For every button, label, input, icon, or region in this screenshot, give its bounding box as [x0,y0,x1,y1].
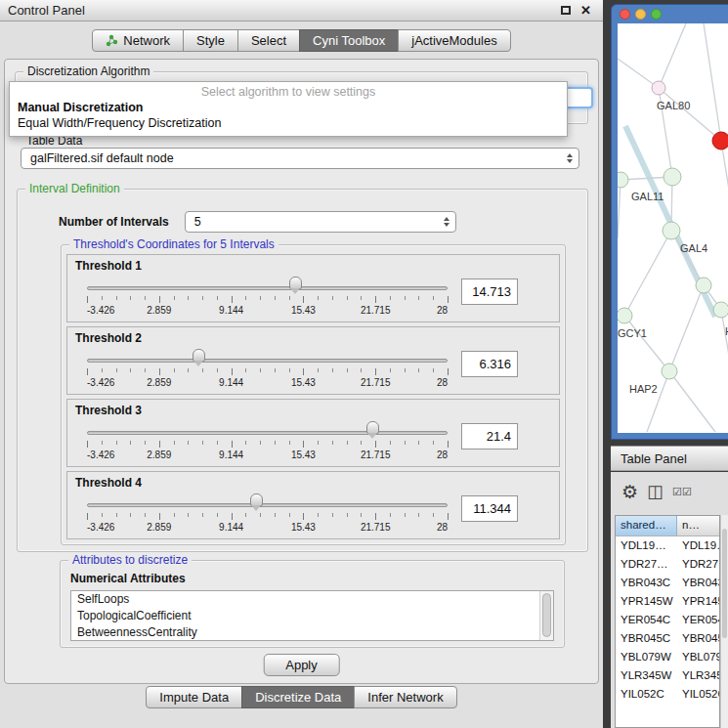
tab-infer-network[interactable]: Infer Network [354,686,456,708]
network-node[interactable] [713,302,728,318]
attr-items-container: SelfLoopsTopologicalCoefficientBetweenne… [71,591,553,641]
table-cell[interactable]: YBR043C [616,574,677,592]
table-cell[interactable]: YDL19… [616,536,677,555]
table-cell[interactable]: YBL079W [616,648,677,666]
float-window-icon[interactable] [561,6,571,15]
table-cell[interactable]: YBR045C [677,629,719,648]
combobox-value: galFiltered.sif default node [30,151,174,165]
network-edge[interactable] [669,285,704,371]
table-cell[interactable]: YER054C [677,611,719,629]
tab-select[interactable]: Select [237,29,300,52]
tab-cyni-toolbox[interactable]: Cyni Toolbox [299,29,399,52]
network-node[interactable] [664,168,681,186]
column-header-shared-name[interactable]: shared… [616,516,677,535]
table-cell[interactable]: YER054C [616,611,677,629]
network-edge[interactable] [704,23,721,141]
attribute-item[interactable]: BetweennessCentrality [71,624,553,641]
threshold-slider[interactable]: -3.4262.8599.14415.4321.71528 [87,491,448,537]
minimize-window-icon[interactable] [635,9,646,20]
attribute-item[interactable]: SelfLoops [71,591,553,608]
tick-mark [418,296,419,300]
table-row[interactable]: YER054CYER054C [616,611,719,629]
network-node[interactable] [618,308,632,323]
gear-icon[interactable]: ⚙ [621,481,638,503]
table-row[interactable]: YPR145WYPR145W [616,592,719,611]
table-scrollbar[interactable] [720,515,728,728]
network-node[interactable] [618,172,628,188]
table-cell[interactable]: YDL19… [677,536,719,555]
table-cell[interactable]: YPR145W [677,592,719,611]
tab-network[interactable]: Network [92,29,184,52]
slider-track[interactable] [87,503,448,507]
scrollbar-thumb[interactable] [722,529,727,638]
slider-thumb[interactable] [366,421,379,434]
apply-button[interactable]: Apply [263,654,340,676]
columns-icon[interactable]: ◫ [647,481,664,502]
scrollbar-thumb[interactable] [542,593,551,637]
network-node[interactable] [696,278,711,293]
table-row[interactable]: YDL19…YDL19… [616,536,719,555]
table-data-combobox[interactable]: galFiltered.sif default node [21,148,579,169]
threshold-value-box[interactable]: 11.344 [461,495,518,522]
table-cell[interactable]: YBL079W [677,648,719,666]
table-cell[interactable]: YLR345W [616,666,677,685]
network-node[interactable] [663,222,680,239]
network-canvas[interactable]: GAL80GAL11GAL4GCY1HHAP2 [618,23,728,433]
close-window-icon[interactable] [620,9,630,20]
table-row[interactable]: YBR045CYBR045C [616,629,719,648]
table-row[interactable]: YIL052CYIL052C [616,685,719,704]
table-row[interactable]: YLR345WYLR345W [616,666,719,685]
tab-style[interactable]: Style [183,29,238,52]
column-header-name[interactable]: n… [677,516,719,535]
attributes-scrollbar[interactable] [539,591,553,640]
table-cell[interactable]: YPR145W [616,592,677,611]
network-edge[interactable] [669,371,715,432]
network-node[interactable] [712,132,728,150]
network-edge[interactable] [659,23,686,88]
network-edge[interactable] [624,316,669,371]
network-edge[interactable] [624,231,671,316]
zoom-window-icon[interactable] [651,9,662,20]
algorithm-combobox[interactable] [564,87,593,108]
threshold-value-box[interactable]: 21.4 [461,423,518,450]
table-cell[interactable]: YIL052C [677,685,719,704]
checkboxes-icon[interactable]: ☑☑ [672,486,692,498]
network-edge[interactable] [659,88,721,141]
threshold-slider[interactable]: -3.4262.8599.14415.4321.71528 [87,418,448,465]
threshold-value-box[interactable]: 6.316 [461,351,518,377]
table-row[interactable]: YBR043CYBR043C [616,574,719,592]
network-edge[interactable] [647,371,669,432]
threshold-slider[interactable]: -3.4262.8599.14415.4321.71528 [87,346,448,393]
threshold-value-box[interactable]: 14.713 [461,278,518,305]
network-edge[interactable] [671,231,704,285]
slider-track[interactable] [87,359,448,363]
table-cell[interactable]: YDR27… [616,555,677,574]
slider-thumb[interactable] [289,277,302,289]
tab-impute-data[interactable]: Impute Data [146,686,242,708]
network-edge[interactable] [618,59,659,88]
table-cell[interactable]: YLR345W [677,666,719,685]
numerical-attributes-list[interactable]: SelfLoopsTopologicalCoefficientBetweenne… [70,590,554,641]
network-edge[interactable] [618,180,621,238]
dropdown-option-equal-width-frequency[interactable]: Equal Width/Frequency Discretization [10,115,567,131]
tab-jactivemodules[interactable]: jActiveModules [398,29,510,52]
table-cell[interactable]: YBR043C [677,574,719,592]
table-cell[interactable]: YIL052C [616,685,677,704]
slider-track[interactable] [87,431,448,435]
network-node[interactable] [652,81,665,95]
dropdown-option-manual-discretization[interactable]: Manual Discretization [10,100,567,115]
table-row[interactable]: YBL079WYBL079W [616,648,719,666]
threshold-slider[interactable]: -3.4262.8599.14415.4321.71528 [87,274,448,321]
slider-thumb[interactable] [250,493,263,506]
table-cell[interactable]: YDR27… [677,555,719,574]
close-icon[interactable]: ✕ [580,4,591,17]
slider-track[interactable] [87,286,448,290]
table-row[interactable]: YDR27…YDR27… [616,555,719,574]
tab-discretize-data[interactable]: Discretize Data [241,686,355,708]
table-cell[interactable]: YBR045C [616,629,677,648]
slider-thumb[interactable] [193,349,205,362]
attribute-item[interactable]: TopologicalCoefficient [71,608,553,624]
network-view-window[interactable]: GAL80GAL11GAL4GCY1HHAP2 [611,4,728,440]
number-of-intervals-combobox[interactable]: 5 [185,211,456,233]
network-node[interactable] [662,364,677,379]
